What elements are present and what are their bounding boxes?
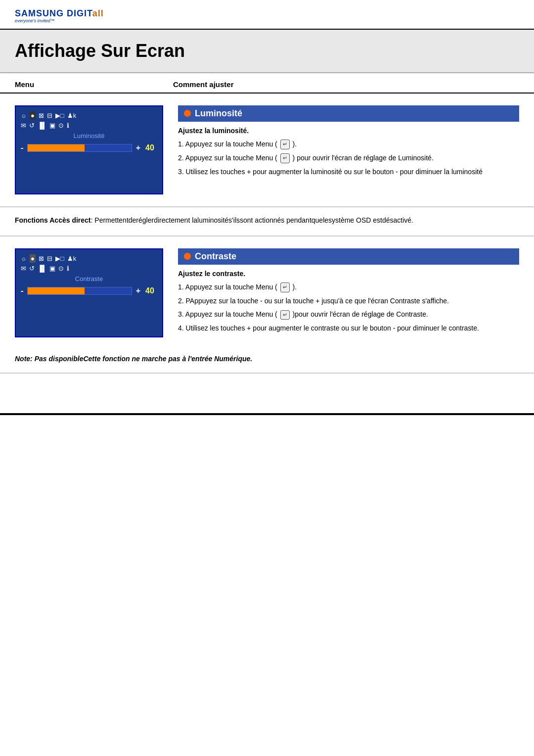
step4-contraste: 4. Utilisez les touches + pour augmenter… — [178, 324, 519, 333]
section-subtitle-contraste: Ajustez le contraste. — [178, 270, 519, 278]
enter-icon-2: ↵ — [280, 153, 290, 163]
target-icon-c: ⊙ — [58, 265, 64, 272]
bars-icon: ▐▌ — [38, 122, 46, 129]
enter-icon-1: ↵ — [280, 140, 290, 149]
osd-slider-fill-c — [28, 287, 85, 294]
osd-slider-row: - + 40 — [21, 143, 157, 152]
direct-access-note: Fonctions Accès direct: Permettentderégl… — [0, 207, 534, 236]
refresh-icon: ↺ — [29, 122, 35, 129]
sun-icon-c: ☼ — [21, 255, 27, 262]
target-icon: ⊙ — [58, 122, 64, 129]
osd-slider-track — [27, 144, 132, 152]
osd-slider-track-c — [27, 287, 132, 295]
column-headers: Menu Comment ajuster — [0, 73, 534, 94]
step2-luminosite: 2. Appuyez sur la touche Menu ( ↵ ) pour… — [178, 153, 519, 163]
direct-access-text: : Permettentderéglerdirectement lalumino… — [91, 216, 413, 224]
osd-value-contraste: 40 — [145, 286, 157, 295]
osd-slider-row-c: - + 40 — [21, 286, 157, 295]
header: SAMSUNG DIGITall everyone's invited™ — [0, 0, 534, 30]
osd-icons-row1-c: ☼ ● ⊠ ⊟ ▶□ ♟k — [21, 254, 157, 263]
page-title: Affichage Sur Ecran — [15, 41, 519, 61]
envelope-icon-c: ✉ — [21, 265, 26, 272]
osd-plus: + — [136, 143, 140, 152]
brand-tagline: everyone's invited™ — [15, 19, 519, 24]
col-menu-header: Menu — [15, 80, 173, 89]
monitor-icon-c: ⊟ — [47, 255, 52, 262]
bottom-footer — [0, 413, 534, 415]
arrow-icon: ▶□ — [55, 112, 64, 119]
step3-luminosite: 3. Utilisez les touches + pour augmenter… — [178, 167, 519, 177]
rect2-icon-c: ▣ — [49, 265, 55, 272]
title-dot-contraste — [184, 253, 191, 260]
step1-luminosite: 1. Appuyez sur la touche Menu ( ↵ ). — [178, 140, 519, 149]
steps-contraste: 1. Appuyez sur la touche Menu ( ↵ ). 2. … — [178, 283, 519, 333]
info-icon-c: ℹ — [67, 265, 69, 272]
osd-icons-row1: ☼ ● ⊠ ⊟ ▶□ ♟k — [21, 111, 157, 120]
right-content-luminosite: Luminosité Ajustez la luminosité. 1. App… — [178, 105, 519, 181]
rect2-icon: ▣ — [49, 122, 55, 129]
osd-value-luminosite: 40 — [145, 143, 157, 152]
person-icon: ♟k — [67, 112, 77, 119]
refresh-icon-c: ↺ — [29, 265, 35, 272]
osd-minus-c: - — [21, 286, 23, 295]
note-text: Note: Pas disponibleCette fonction ne ma… — [15, 355, 252, 363]
page-title-section: Affichage Sur Ecran — [0, 30, 534, 73]
person-icon-c: ♟k — [67, 255, 77, 262]
enter-icon-c2: ↵ — [280, 310, 290, 320]
envelope-icon: ✉ — [21, 122, 26, 129]
section-title-luminosite: Luminosité — [195, 108, 242, 119]
section-title-bar-luminosite: Luminosité — [178, 105, 519, 122]
brand-accent: all — [92, 8, 104, 18]
rect-icon-c: ⊠ — [39, 255, 44, 262]
sun-icon: ☼ — [21, 112, 27, 119]
monitor-icon: ⊟ — [47, 112, 52, 119]
note-section: Note: Pas disponibleCette fonction ne ma… — [0, 349, 534, 374]
section-title-bar-contraste: Contraste — [178, 248, 519, 265]
osd-label-luminosite: Luminosité — [21, 132, 157, 140]
samsung-logo: SAMSUNG DIGITall everyone's invited™ — [15, 9, 519, 24]
step2-contraste: 2. PAppuyez sur la touche - ou sur la to… — [178, 296, 519, 306]
right-content-contraste: Contraste Ajustez le contraste. 1. Appuy… — [178, 248, 519, 337]
bars-icon-c: ▐▌ — [38, 265, 46, 272]
steps-luminosite: 1. Appuyez sur la touche Menu ( ↵ ). 2. … — [178, 140, 519, 177]
osd-slider-fill — [28, 144, 85, 151]
direct-access-bold: Fonctions Accès direct — [15, 216, 91, 224]
step3-contraste: 3. Appuyez sur la touche Menu ( ↵ )pour … — [178, 310, 519, 320]
osd-icons-row2-c: ✉ ↺ ▐▌ ▣ ⊙ ℹ — [21, 265, 157, 272]
enter-icon-c1: ↵ — [280, 283, 290, 292]
brand-name: SAMSUNG DIGITall — [15, 9, 519, 19]
section-luminosite: ☼ ● ⊠ ⊟ ▶□ ♟k ✉ ↺ ▐▌ ▣ ⊙ ℹ Luminosité - … — [0, 94, 534, 207]
osd-minus: - — [21, 143, 23, 152]
section-subtitle-luminosite: Ajustez la luminosité. — [178, 127, 519, 135]
section-contraste: ☼ ● ⊠ ⊟ ▶□ ♟k ✉ ↺ ▐▌ ▣ ⊙ ℹ Contraste - +… — [0, 236, 534, 349]
info-icon: ℹ — [67, 122, 69, 129]
step1-contraste: 1. Appuyez sur la touche Menu ( ↵ ). — [178, 283, 519, 292]
osd-label-contraste: Contraste — [21, 275, 157, 283]
rect-icon: ⊠ — [39, 112, 44, 119]
col-comment-header: Comment ajuster — [173, 80, 519, 89]
osd-icons-row2: ✉ ↺ ▐▌ ▣ ⊙ ℹ — [21, 122, 157, 129]
osd-plus-c: + — [136, 286, 140, 295]
title-dot-luminosite — [184, 110, 191, 117]
osd-screen-contraste: ☼ ● ⊠ ⊟ ▶□ ♟k ✉ ↺ ▐▌ ▣ ⊙ ℹ Contraste - +… — [15, 248, 163, 337]
osd-screen-luminosite: ☼ ● ⊠ ⊟ ▶□ ♟k ✉ ↺ ▐▌ ▣ ⊙ ℹ Luminosité - … — [15, 105, 163, 194]
circle-icon-c: ● — [30, 254, 36, 263]
circle-icon: ● — [30, 111, 36, 120]
section-title-contraste: Contraste — [195, 251, 236, 262]
arrow-icon-c: ▶□ — [55, 255, 64, 262]
